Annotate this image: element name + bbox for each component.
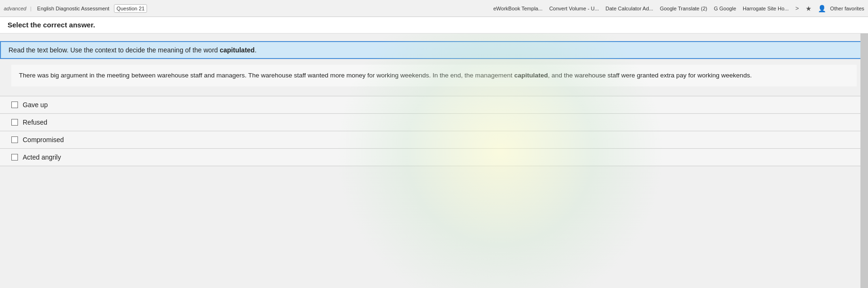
- page-header: Select the correct answer.: [0, 17, 868, 34]
- answer-row-3[interactable]: Compromised: [0, 131, 868, 148]
- toolbar-link-google[interactable]: G Google: [712, 5, 738, 12]
- passage-text: There was big argument in the meeting be…: [19, 72, 752, 79]
- instruction-keyword: capitulated: [220, 46, 255, 54]
- answer-label-1: Gave up: [23, 101, 48, 109]
- page-title: Select the correct answer.: [8, 21, 95, 29]
- answer-checkbox-1[interactable]: [11, 102, 18, 108]
- bookmark-icon[interactable]: ★: [804, 3, 814, 14]
- instruction-text: Read the text below. Use the context to …: [9, 46, 257, 54]
- separator-1: |: [30, 6, 32, 11]
- answer-label-2: Refused: [23, 119, 47, 126]
- passage-box: There was big argument in the meeting be…: [11, 65, 857, 86]
- browser-toolbar: advanced | English Diagnostic Assessment…: [0, 0, 868, 17]
- brand-label: advanced: [4, 6, 26, 11]
- toolbar-link-date-calculator[interactable]: Date Calculator Ad...: [604, 5, 655, 12]
- profile-icon[interactable]: 👤: [817, 3, 827, 14]
- passage-prefix: There was big argument in the meeting be…: [19, 72, 514, 79]
- answer-label-4: Acted angrily: [23, 153, 61, 161]
- answer-label-3: Compromised: [23, 136, 64, 144]
- answer-checkbox-2[interactable]: [11, 119, 18, 126]
- passage-suffix: , and the warehouse staff were granted e…: [548, 72, 752, 79]
- answer-checkbox-4[interactable]: [11, 154, 18, 161]
- answers-section: Gave up Refused Compromised Acted angril…: [0, 96, 868, 166]
- answer-checkbox-3[interactable]: [11, 136, 18, 143]
- answer-row-2[interactable]: Refused: [0, 113, 868, 131]
- passage-keyword: capitulated: [514, 72, 548, 79]
- main-content: Read the text below. Use the context to …: [0, 34, 868, 288]
- other-favorites-label[interactable]: Other favorites: [830, 6, 864, 11]
- instruction-box: Read the text below. Use the context to …: [0, 41, 868, 59]
- answer-row-1[interactable]: Gave up: [0, 96, 868, 113]
- toolbar-link-english-diagnostic[interactable]: English Diagnostic Assessment: [35, 5, 112, 12]
- toolbar-link-eworkbook[interactable]: eWorkBook Templa...: [491, 5, 544, 12]
- toolbar-link-question-21[interactable]: Question 21: [114, 4, 147, 13]
- more-bookmarks-button[interactable]: >: [793, 4, 801, 13]
- right-panel-decoration: [860, 34, 868, 288]
- answer-row-4[interactable]: Acted angrily: [0, 148, 868, 166]
- toolbar-link-harrogate[interactable]: Harrogate Site Ho...: [741, 5, 790, 12]
- toolbar-link-convert-volume[interactable]: Convert Volume - U...: [547, 5, 601, 12]
- toolbar-link-google-translate[interactable]: Google Translate (2): [658, 5, 709, 12]
- instruction-prefix: Read the text below. Use the context to …: [9, 46, 220, 54]
- instruction-period: .: [255, 46, 257, 54]
